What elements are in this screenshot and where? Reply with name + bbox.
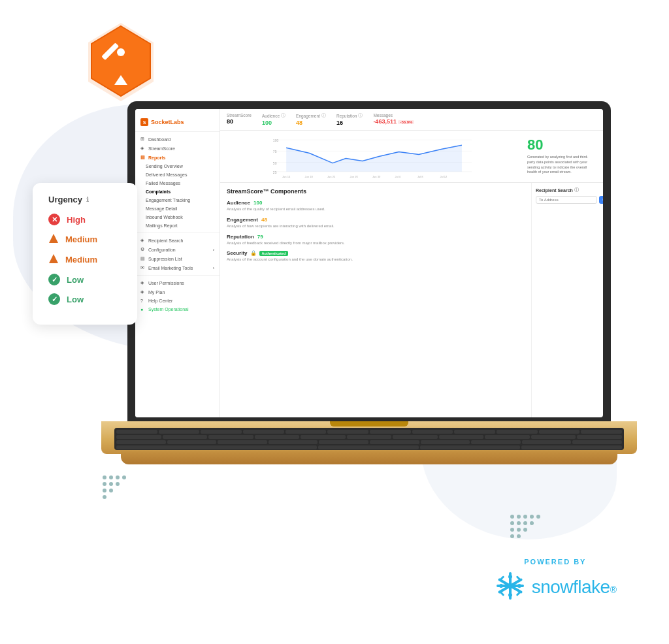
- lock-icon: 🔒: [250, 250, 257, 256]
- sidebar-item-inbound-webhook[interactable]: Inbound Webhook: [135, 213, 220, 221]
- chart-right: 80 Generated by analyzing first and thir…: [525, 133, 596, 180]
- low-icon-2: ✓: [48, 293, 60, 305]
- snowflake-name-container: snowflake ®: [532, 577, 617, 598]
- reports-icon: ▤: [140, 155, 146, 160]
- key: [167, 440, 217, 444]
- system-status-icon: ●: [140, 307, 146, 312]
- snowflake-logo: snowflake ®: [494, 570, 617, 605]
- engagement-info-icon: ⓘ: [321, 113, 326, 119]
- key: [318, 445, 419, 449]
- key: [269, 440, 318, 444]
- sidebar-item-user-permissions[interactable]: ◈ User Permissions: [135, 278, 220, 287]
- key: [522, 440, 572, 444]
- component-reputation-header: Reputation 79: [227, 234, 525, 240]
- dashes-bottom-right: [509, 513, 542, 546]
- svg-text:75: 75: [273, 150, 277, 153]
- svg-text:Jun 26: Jun 26: [350, 175, 359, 178]
- svg-text:25: 25: [273, 170, 277, 174]
- sidebar-item-reports[interactable]: ▤ Reports: [135, 153, 220, 162]
- sidebar-item-failed[interactable]: Failed Messages: [135, 179, 220, 187]
- sidebar-item-message-detail[interactable]: Message Detail: [135, 204, 220, 213]
- component-reputation-name: Reputation: [227, 234, 254, 240]
- metric-messages-label: Messages: [373, 113, 414, 118]
- svg-text:Jul 12: Jul 12: [440, 175, 448, 178]
- dashboard-icon: ⊞: [140, 137, 146, 142]
- sidebar-item-complaints[interactable]: Complaints: [135, 187, 220, 196]
- component-engagement-header: Engagement 48: [227, 217, 525, 223]
- svg-point-21: [510, 515, 514, 519]
- score-description: Generated by analyzing first and third-p…: [527, 155, 594, 175]
- svg-point-19: [109, 489, 113, 492]
- key: [421, 440, 470, 444]
- laptop-keyboard: [114, 428, 624, 450]
- component-audience: Audience 100 Analysis of the quality of …: [227, 200, 525, 212]
- metric-audience-value: 100: [262, 120, 286, 126]
- key: [255, 435, 300, 439]
- key: [485, 435, 530, 439]
- recipient-search-button[interactable]: Search: [599, 196, 603, 204]
- svg-text:100: 100: [273, 138, 279, 142]
- svg-point-30: [510, 528, 514, 532]
- key: [319, 440, 368, 444]
- sidebar-item-email-marketing[interactable]: ✉ Email Marketing Tools ›: [135, 263, 220, 272]
- sidebar-item-mailings-report[interactable]: Mailings Report: [135, 221, 220, 230]
- recipient-search-icon: ◈: [140, 238, 146, 243]
- component-reputation-score: 79: [257, 234, 263, 240]
- sidebar-item-sending-overview[interactable]: Sending Overview: [135, 162, 220, 170]
- svg-point-64: [508, 575, 512, 579]
- sidebar-item-suppression[interactable]: ▤ Suppression List: [135, 254, 220, 263]
- key: [201, 430, 242, 434]
- snowflake-icon: [494, 570, 527, 605]
- sidebar-item-configuration[interactable]: ⚙ Configuration ›: [135, 245, 220, 254]
- component-reputation: Reputation 79 Analysis of feedback recei…: [227, 234, 525, 246]
- sidebar-item-dashboard[interactable]: ⊞ Dashboard: [135, 135, 220, 144]
- key: [497, 430, 538, 434]
- sidebar-item-my-plan[interactable]: ◈ My Plan: [135, 287, 220, 297]
- svg-point-32: [523, 528, 527, 532]
- key: [286, 430, 327, 434]
- key: [116, 440, 166, 444]
- sidebar-item-help-center[interactable]: ? Help Center: [135, 297, 220, 305]
- svg-point-65: [508, 593, 512, 597]
- key: [218, 440, 267, 444]
- urgency-level-medium-1: Medium: [65, 234, 97, 244]
- snowflake-registered: ®: [610, 585, 617, 595]
- recipient-search-section: Recipient Search ⓘ: [536, 187, 599, 193]
- sidebar-item-recipient-search[interactable]: ◈ Recipient Search: [135, 236, 220, 245]
- sidebar-item-delivered[interactable]: Delivered Messages: [135, 170, 220, 179]
- key: [420, 445, 521, 449]
- key: [539, 430, 580, 434]
- key: [347, 435, 392, 439]
- svg-point-34: [517, 534, 521, 538]
- key: [581, 430, 622, 434]
- key: [393, 435, 438, 439]
- svg-point-66: [499, 584, 503, 588]
- keyboard-row-3: [116, 440, 622, 444]
- medium-icon-2: [48, 253, 59, 266]
- app-main: StreamScore 80 Audience ⓘ 100 Engagement: [220, 109, 603, 417]
- sidebar-item-streamscore[interactable]: ◈ StreamScore: [135, 144, 220, 153]
- svg-point-23: [523, 515, 527, 519]
- svg-text:Jun 22: Jun 22: [327, 175, 336, 178]
- my-plan-icon: ◈: [140, 289, 146, 295]
- metric-engagement: Engagement ⓘ 48: [296, 113, 326, 126]
- sidebar-item-engagement-tracking[interactable]: Engagement Tracking: [135, 196, 220, 204]
- components-section-title: StreamScore™ Components: [227, 188, 525, 195]
- svg-point-28: [523, 521, 527, 525]
- main-content: StreamScore™ Components Audience 100 Ana…: [220, 183, 603, 417]
- recipient-search-input[interactable]: [536, 196, 597, 204]
- laptop-notch: [330, 421, 408, 427]
- svg-text:Jun 14: Jun 14: [282, 175, 291, 178]
- email-marketing-icon: ✉: [140, 265, 146, 270]
- svg-point-29: [530, 521, 534, 525]
- svg-point-33: [510, 534, 514, 538]
- svg-point-24: [530, 515, 534, 519]
- key: [208, 435, 253, 439]
- key: [243, 430, 284, 434]
- urgency-level-low-2: Low: [67, 295, 84, 304]
- svg-marker-42: [49, 254, 58, 263]
- svg-point-20: [103, 495, 106, 499]
- key: [454, 430, 495, 434]
- component-audience-header: Audience 100: [227, 200, 525, 206]
- key: [116, 430, 157, 434]
